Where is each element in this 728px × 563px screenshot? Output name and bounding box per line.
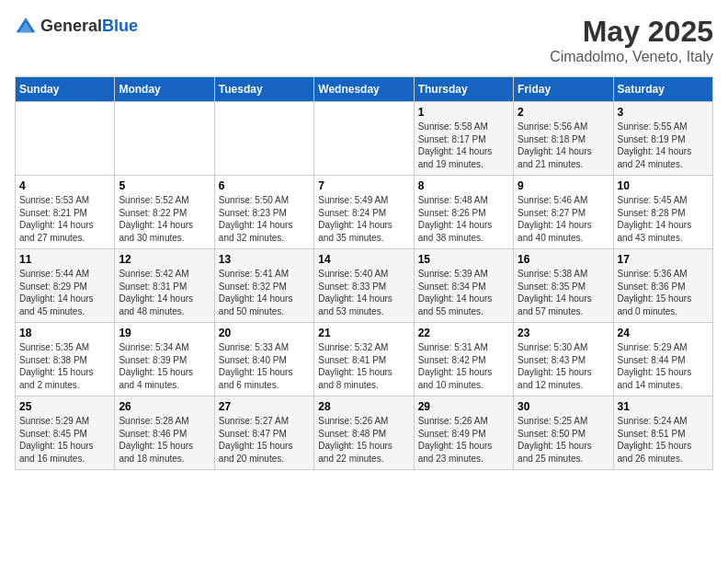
- calendar-cell: 3Sunrise: 5:55 AM Sunset: 8:19 PM Daylig…: [613, 102, 712, 176]
- day-number: 13: [219, 253, 310, 266]
- calendar-cell: 1Sunrise: 5:58 AM Sunset: 8:17 PM Daylig…: [414, 102, 513, 176]
- day-number: 30: [518, 400, 609, 413]
- day-info: Sunrise: 5:26 AM Sunset: 8:49 PM Dayligh…: [418, 415, 509, 465]
- day-number: 7: [318, 179, 409, 192]
- calendar-cell: 27Sunrise: 5:27 AM Sunset: 8:47 PM Dayli…: [214, 396, 313, 470]
- day-info: Sunrise: 5:34 AM Sunset: 8:39 PM Dayligh…: [119, 341, 210, 391]
- day-info: Sunrise: 5:58 AM Sunset: 8:17 PM Dayligh…: [418, 121, 509, 170]
- calendar-cell: 11Sunrise: 5:44 AM Sunset: 8:29 PM Dayli…: [16, 249, 115, 323]
- weekday-header: Friday: [514, 77, 613, 102]
- day-info: Sunrise: 5:27 AM Sunset: 8:47 PM Dayligh…: [219, 415, 310, 465]
- calendar-cell: 18Sunrise: 5:35 AM Sunset: 8:38 PM Dayli…: [16, 323, 115, 396]
- calendar-cell: 23Sunrise: 5:30 AM Sunset: 8:43 PM Dayli…: [514, 323, 613, 396]
- weekday-header: Thursday: [414, 77, 513, 102]
- day-number: 22: [418, 327, 509, 339]
- calendar-cell: 25Sunrise: 5:29 AM Sunset: 8:45 PM Dayli…: [16, 396, 115, 470]
- day-info: Sunrise: 5:24 AM Sunset: 8:51 PM Dayligh…: [618, 415, 709, 465]
- day-number: 29: [418, 400, 509, 413]
- day-number: 15: [418, 253, 509, 266]
- day-number: 9: [518, 179, 609, 192]
- day-info: Sunrise: 5:36 AM Sunset: 8:36 PM Dayligh…: [618, 268, 709, 317]
- weekday-header: Tuesday: [214, 77, 313, 102]
- day-info: Sunrise: 5:31 AM Sunset: 8:42 PM Dayligh…: [418, 341, 509, 391]
- day-number: 19: [119, 327, 210, 339]
- day-info: Sunrise: 5:29 AM Sunset: 8:44 PM Dayligh…: [618, 341, 709, 391]
- calendar-table: SundayMondayTuesdayWednesdayThursdayFrid…: [15, 76, 713, 470]
- logo-blue: Blue: [102, 17, 138, 35]
- calendar-cell: 26Sunrise: 5:28 AM Sunset: 8:46 PM Dayli…: [115, 396, 214, 470]
- day-info: Sunrise: 5:38 AM Sunset: 8:35 PM Dayligh…: [518, 268, 609, 317]
- calendar-cell: 6Sunrise: 5:50 AM Sunset: 8:23 PM Daylig…: [214, 176, 313, 249]
- logo-icon: [15, 15, 37, 37]
- page-header: GeneralBlue May 2025 Cimadolmo, Veneto, …: [15, 15, 713, 65]
- calendar-week-row: 4Sunrise: 5:53 AM Sunset: 8:21 PM Daylig…: [16, 176, 713, 249]
- day-number: 12: [119, 253, 210, 266]
- calendar-cell: 14Sunrise: 5:40 AM Sunset: 8:33 PM Dayli…: [314, 249, 414, 323]
- day-number: 17: [618, 253, 709, 266]
- calendar-cell: 19Sunrise: 5:34 AM Sunset: 8:39 PM Dayli…: [115, 323, 214, 396]
- weekday-header: Monday: [115, 77, 214, 102]
- calendar-cell: 21Sunrise: 5:32 AM Sunset: 8:41 PM Dayli…: [314, 323, 414, 396]
- day-info: Sunrise: 5:39 AM Sunset: 8:34 PM Dayligh…: [418, 268, 509, 317]
- day-info: Sunrise: 5:49 AM Sunset: 8:24 PM Dayligh…: [318, 194, 409, 244]
- subtitle: Cimadolmo, Veneto, Italy: [550, 49, 713, 65]
- calendar-cell: 16Sunrise: 5:38 AM Sunset: 8:35 PM Dayli…: [514, 249, 613, 323]
- day-number: 21: [318, 327, 409, 339]
- calendar-cell: 15Sunrise: 5:39 AM Sunset: 8:34 PM Dayli…: [414, 249, 513, 323]
- weekday-header: Sunday: [16, 77, 115, 102]
- day-info: Sunrise: 5:53 AM Sunset: 8:21 PM Dayligh…: [19, 194, 110, 244]
- day-number: 31: [618, 400, 709, 413]
- calendar-cell: [314, 102, 414, 176]
- weekday-header-row: SundayMondayTuesdayWednesdayThursdayFrid…: [16, 77, 713, 102]
- weekday-header: Wednesday: [314, 77, 414, 102]
- calendar-cell: [214, 102, 313, 176]
- logo-general: General: [40, 17, 102, 35]
- day-info: Sunrise: 5:45 AM Sunset: 8:28 PM Dayligh…: [618, 194, 709, 244]
- calendar-week-row: 25Sunrise: 5:29 AM Sunset: 8:45 PM Dayli…: [16, 396, 713, 470]
- day-info: Sunrise: 5:32 AM Sunset: 8:41 PM Dayligh…: [318, 341, 409, 391]
- day-info: Sunrise: 5:30 AM Sunset: 8:43 PM Dayligh…: [518, 341, 609, 391]
- day-info: Sunrise: 5:42 AM Sunset: 8:31 PM Dayligh…: [119, 268, 210, 317]
- day-number: 23: [518, 327, 609, 339]
- calendar-cell: 30Sunrise: 5:25 AM Sunset: 8:50 PM Dayli…: [514, 396, 613, 470]
- day-number: 1: [418, 106, 509, 119]
- calendar-cell: 5Sunrise: 5:52 AM Sunset: 8:22 PM Daylig…: [115, 176, 214, 249]
- day-number: 14: [318, 253, 409, 266]
- day-number: 20: [219, 327, 310, 339]
- calendar-cell: 17Sunrise: 5:36 AM Sunset: 8:36 PM Dayli…: [613, 249, 712, 323]
- calendar-cell: 20Sunrise: 5:33 AM Sunset: 8:40 PM Dayli…: [214, 323, 313, 396]
- calendar-cell: 12Sunrise: 5:42 AM Sunset: 8:31 PM Dayli…: [115, 249, 214, 323]
- day-info: Sunrise: 5:44 AM Sunset: 8:29 PM Dayligh…: [19, 268, 110, 317]
- calendar-cell: 9Sunrise: 5:46 AM Sunset: 8:27 PM Daylig…: [514, 176, 613, 249]
- calendar-cell: 7Sunrise: 5:49 AM Sunset: 8:24 PM Daylig…: [314, 176, 414, 249]
- calendar-week-row: 1Sunrise: 5:58 AM Sunset: 8:17 PM Daylig…: [16, 102, 713, 176]
- weekday-header: Saturday: [613, 77, 712, 102]
- day-number: 28: [318, 400, 409, 413]
- day-info: Sunrise: 5:28 AM Sunset: 8:46 PM Dayligh…: [119, 415, 210, 465]
- main-title: May 2025: [550, 15, 713, 49]
- day-number: 24: [618, 327, 709, 339]
- logo: GeneralBlue: [15, 15, 138, 37]
- day-info: Sunrise: 5:56 AM Sunset: 8:18 PM Dayligh…: [518, 121, 609, 170]
- day-info: Sunrise: 5:25 AM Sunset: 8:50 PM Dayligh…: [518, 415, 609, 465]
- calendar-cell: 29Sunrise: 5:26 AM Sunset: 8:49 PM Dayli…: [414, 396, 513, 470]
- day-number: 5: [119, 179, 210, 192]
- calendar-cell: 4Sunrise: 5:53 AM Sunset: 8:21 PM Daylig…: [16, 176, 115, 249]
- day-info: Sunrise: 5:29 AM Sunset: 8:45 PM Dayligh…: [19, 415, 110, 465]
- calendar-cell: 28Sunrise: 5:26 AM Sunset: 8:48 PM Dayli…: [314, 396, 414, 470]
- day-info: Sunrise: 5:52 AM Sunset: 8:22 PM Dayligh…: [119, 194, 210, 244]
- calendar-cell: [16, 102, 115, 176]
- day-number: 16: [518, 253, 609, 266]
- day-number: 11: [19, 253, 110, 266]
- day-number: 26: [119, 400, 210, 413]
- day-info: Sunrise: 5:40 AM Sunset: 8:33 PM Dayligh…: [318, 268, 409, 317]
- day-info: Sunrise: 5:48 AM Sunset: 8:26 PM Dayligh…: [418, 194, 509, 244]
- calendar-cell: 31Sunrise: 5:24 AM Sunset: 8:51 PM Dayli…: [613, 396, 712, 470]
- day-number: 18: [19, 327, 110, 339]
- calendar-cell: 24Sunrise: 5:29 AM Sunset: 8:44 PM Dayli…: [613, 323, 712, 396]
- day-number: 8: [418, 179, 509, 192]
- calendar-week-row: 18Sunrise: 5:35 AM Sunset: 8:38 PM Dayli…: [16, 323, 713, 396]
- calendar-cell: 13Sunrise: 5:41 AM Sunset: 8:32 PM Dayli…: [214, 249, 313, 323]
- day-info: Sunrise: 5:46 AM Sunset: 8:27 PM Dayligh…: [518, 194, 609, 244]
- day-number: 2: [518, 106, 609, 119]
